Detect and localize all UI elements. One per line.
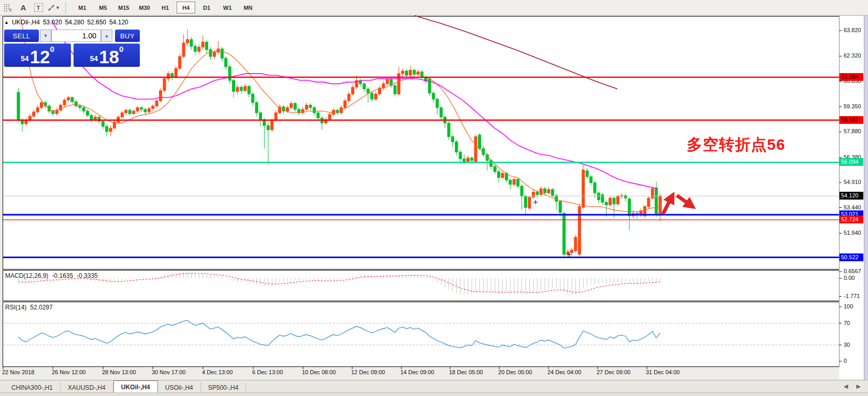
timeline-label: 6 Dec 13:00	[252, 369, 283, 375]
label-tool-icon[interactable]: T	[32, 2, 45, 13]
timeline-label: 14 Dec 09:00	[400, 369, 434, 375]
buy-price-big: 18	[99, 49, 119, 65]
timeframe-buttons: M1M5M15M30H1H4D1W1MN	[72, 2, 258, 13]
buy-price-button[interactable]: 54 18 0	[74, 44, 140, 67]
rsi-scale-tick: 30	[844, 342, 850, 348]
ohlc-high: 54.280	[65, 19, 84, 26]
rsi-scale-tick: 100	[844, 303, 853, 309]
ohlc-low: 52.650	[87, 19, 106, 26]
price-line-label: 50.522	[840, 253, 863, 261]
sell-price-big: 12	[30, 49, 50, 65]
svg-text:F: F	[9, 8, 12, 12]
timeframe-button-m5[interactable]: M5	[94, 2, 112, 13]
timeframe-button-h1[interactable]: H1	[156, 2, 175, 13]
price-line-label: 56.094	[840, 158, 863, 166]
one-click-trade-panel: SELL ▼ ▲ BUY 54 12 0 54 18 0	[4, 29, 140, 67]
chart-annotation-text[interactable]: 多空转折点56	[687, 134, 785, 155]
rsi-scale-tick: 0	[844, 358, 847, 364]
collapse-triangle-icon[interactable]: ▲	[4, 20, 9, 25]
sell-price-button[interactable]: 54 12 0	[4, 44, 71, 67]
timeline-label: 24 Dec 04:00	[547, 369, 581, 375]
price-tick: 51.940	[844, 230, 861, 236]
price-tick: 54.910	[844, 179, 861, 185]
rsi-name: RSI(14)	[5, 304, 26, 311]
timeline-label: 12 Dec 09:00	[351, 369, 385, 375]
volume-input[interactable]	[51, 30, 101, 42]
timeline-label: 4 Dec 13:00	[202, 369, 233, 375]
chart-tab-china300-h1[interactable]: CHINA300-,H1	[4, 382, 61, 393]
timeframe-button-m30[interactable]: M30	[135, 2, 154, 13]
macd-scale-tick: 0.00	[844, 275, 855, 281]
buy-price-sup: 0	[119, 45, 123, 53]
macd-value-main: -0.1635	[52, 272, 73, 279]
ohlc-close: 54.120	[109, 19, 128, 26]
text-tool-icon[interactable]: A	[17, 2, 30, 13]
grid-f-icon[interactable]: F	[2, 2, 15, 13]
cursor-arrows-icon[interactable]: ▼	[47, 2, 60, 13]
macd-scale-tick: -1.771	[844, 293, 860, 299]
timeline-label: 10 Dec 08:00	[302, 369, 336, 375]
symbol-name: UKOil-,H4	[12, 19, 40, 26]
tab-scroll-left-icon[interactable]: ◀	[844, 383, 848, 390]
rsi-label: RSI(14) 52.0297	[5, 304, 53, 311]
timeline-label: 28 Nov 13:00	[102, 369, 136, 375]
macd-name: MACD(12,26,9)	[5, 272, 48, 279]
timeline-label: 22 Nov 2018	[2, 369, 34, 375]
timeframe-button-m15[interactable]: M15	[114, 2, 133, 13]
symbol-header: ▲ UKOil-,H4 53.020 54.280 52.650 54.120	[4, 19, 128, 26]
buy-button[interactable]: BUY	[115, 30, 140, 42]
macd-label: MACD(12,26,9) -0.1635 -0.3335	[5, 272, 98, 279]
status-bar	[0, 392, 868, 396]
price-tick: 53.440	[844, 204, 861, 210]
buy-price-small: 54	[90, 54, 98, 63]
price-line-label: 54.120	[840, 192, 863, 200]
chart-tab-usoil-h4[interactable]: USOil-,H4	[158, 382, 201, 393]
macd-scale-tick: 0.6567	[844, 268, 861, 274]
rsi-value: 52.0297	[30, 304, 52, 311]
timeframe-button-m1[interactable]: M1	[73, 2, 92, 13]
timeline-label: 31 Dec 04:00	[646, 369, 679, 375]
volume-decrease-button[interactable]: ▼	[40, 30, 51, 42]
timeline-label: 30 Nov 17:00	[152, 369, 185, 375]
price-line-label: 61.084	[840, 73, 863, 81]
price-tick: 57.880	[844, 128, 861, 134]
window-right-border	[864, 16, 868, 392]
price-line-label: 58.567	[840, 116, 863, 124]
volume-increase-button[interactable]: ▲	[101, 30, 112, 42]
timeline-label: 20 Dec 05:00	[498, 369, 532, 375]
timeframe-button-mn[interactable]: MN	[239, 2, 257, 13]
ohlc-open: 53.020	[43, 19, 62, 26]
price-tick: 63.820	[844, 27, 861, 33]
tab-bar: CHINA300-,H1XAUUSD-,H4UKOil-,H4USOil-,H4…	[0, 380, 868, 393]
timeframe-button-h4[interactable]: H4	[177, 2, 195, 13]
macd-value-signal: -0.3335	[77, 272, 98, 279]
sell-button[interactable]: SELL	[4, 30, 39, 42]
tab-scroll-buttons: ◀ ▶	[844, 383, 861, 390]
chevron-down-icon: ▼	[55, 5, 60, 10]
price-tick: 59.350	[844, 103, 861, 109]
price-line-label: 52.724	[840, 216, 863, 223]
tab-scroll-right-icon[interactable]: ▶	[857, 383, 861, 390]
toolbar: F A T ▼ M1M5M15M30H1H4D1W1MN	[0, 0, 868, 16]
chart-tab-xauusd-h4[interactable]: XAUUSD-,H4	[61, 382, 113, 393]
rsi-scale-tick: 70	[844, 320, 850, 326]
timeframe-button-w1[interactable]: W1	[218, 2, 237, 13]
chart-tab-sp500-h4[interactable]: SP500-,H4	[201, 382, 247, 393]
mt4-window: F A T ▼ M1M5M15M30H1H4D1W1MN ▲ UKOil-,H4…	[0, 0, 868, 396]
timeframe-button-d1[interactable]: D1	[197, 2, 216, 13]
toolbar-separator	[65, 2, 69, 13]
timeline-label: 18 Dec 05:00	[449, 369, 483, 375]
sell-price-small: 54	[21, 54, 29, 63]
timeline-label: 27 Dec 09:00	[597, 369, 630, 375]
timeline-label: 26 Nov 12:00	[52, 369, 85, 375]
chart-tab-ukoil-h4[interactable]: UKOil-,H4	[113, 380, 158, 393]
sell-price-sup: 0	[50, 45, 54, 53]
price-tick: 62.320	[844, 52, 861, 59]
